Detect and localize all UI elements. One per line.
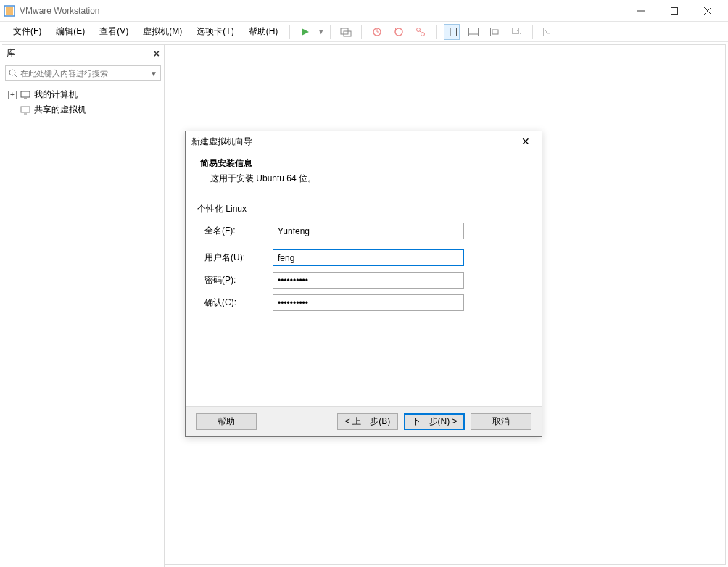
fullscreen-icon[interactable] — [487, 24, 503, 40]
help-button[interactable]: 帮助 — [196, 413, 257, 430]
app-title: VMware Workstation — [20, 6, 624, 16]
dialog-header-title: 简易安装信息 — [200, 157, 527, 170]
svg-rect-16 — [447, 28, 457, 36]
app-icon — [4, 5, 15, 17]
tool-device-icon[interactable] — [338, 24, 354, 40]
svg-point-12 — [395, 28, 402, 36]
shared-icon — [20, 104, 31, 116]
menu-file[interactable]: 文件(F) — [7, 22, 47, 41]
row-username: 用户名(U): — [197, 249, 530, 266]
dialog-body: 个性化 Linux 全名(F): 用户名(U): 密码(P): 确认(C): — [186, 194, 542, 326]
cancel-button[interactable]: 取消 — [471, 413, 531, 430]
menu-edit[interactable]: 编辑(E) — [50, 22, 91, 41]
tree-my-computer[interactable]: + 我的计算机 — [5, 87, 161, 102]
sidebar-header: 库 × — [2, 45, 164, 62]
group-label: 个性化 Linux — [197, 203, 530, 215]
svg-rect-27 — [21, 91, 30, 97]
console-icon[interactable] — [540, 24, 556, 40]
svg-rect-21 — [492, 30, 498, 34]
svg-rect-3 — [671, 7, 678, 14]
tree-shared-vms[interactable]: 共享的虚拟机 — [5, 102, 161, 117]
separator — [532, 25, 533, 39]
confirm-input[interactable] — [273, 294, 464, 311]
snapshot-icon[interactable] — [369, 24, 385, 40]
play-button[interactable] — [297, 24, 313, 40]
new-vm-wizard-dialog: 新建虚拟机向导 ✕ 简易安装信息 这用于安装 Ubuntu 64 位。 个性化 … — [185, 131, 542, 437]
svg-marker-6 — [302, 28, 309, 36]
menu-vm[interactable]: 虚拟机(M) — [137, 22, 188, 41]
svg-point-25 — [9, 70, 15, 75]
sidebar-title: 库 — [7, 47, 154, 59]
maximize-button[interactable] — [658, 0, 691, 22]
sidebar-search[interactable]: ▼ — [5, 65, 161, 81]
tree-label: 我的计算机 — [34, 88, 78, 101]
menu-tabs[interactable]: 选项卡(T) — [191, 22, 239, 41]
separator — [436, 25, 437, 39]
minimize-button[interactable] — [624, 0, 658, 22]
tree-label: 共享的虚拟机 — [34, 104, 86, 116]
titlebar: VMware Workstation — [0, 0, 728, 22]
library-tree: + 我的计算机 共享的虚拟机 — [2, 84, 164, 120]
close-button[interactable] — [691, 0, 724, 22]
dialog-titlebar[interactable]: 新建虚拟机向导 ✕ — [186, 131, 542, 152]
svg-rect-29 — [21, 107, 30, 112]
svg-point-13 — [417, 28, 421, 31]
fullname-input[interactable] — [273, 223, 464, 239]
unity-icon[interactable] — [509, 24, 525, 40]
window-controls — [624, 0, 724, 22]
dialog-header-subtitle: 这用于安装 Ubuntu 64 位。 — [200, 173, 527, 185]
svg-rect-23 — [544, 28, 553, 36]
dialog-title: 新建虚拟机向导 — [191, 136, 516, 148]
search-dropdown-icon[interactable]: ▼ — [150, 70, 157, 78]
snapshot-revert-icon[interactable] — [391, 24, 407, 40]
fullname-label: 全名(F): — [204, 225, 273, 237]
svg-line-26 — [15, 75, 17, 77]
svg-point-14 — [421, 32, 425, 36]
search-input[interactable] — [20, 69, 150, 78]
username-input[interactable] — [273, 249, 464, 266]
row-fullname: 全名(F): — [197, 223, 530, 239]
dialog-close-icon[interactable]: ✕ — [516, 134, 536, 149]
monitor-icon — [20, 89, 31, 101]
view-single-icon[interactable] — [466, 24, 481, 40]
confirm-label: 确认(C): — [204, 297, 273, 309]
dialog-footer: 帮助 < 上一步(B) 下一步(N) > 取消 — [186, 406, 542, 436]
play-dropdown-icon[interactable]: ▼ — [318, 28, 324, 36]
row-confirm: 确认(C): — [197, 294, 530, 311]
next-button[interactable]: 下一步(N) > — [404, 413, 465, 430]
separator — [289, 25, 290, 39]
tree-expand-icon[interactable]: + — [8, 91, 17, 99]
separator — [361, 25, 362, 39]
password-input[interactable] — [273, 272, 464, 289]
username-label: 用户名(U): — [204, 252, 273, 264]
snapshot-manager-icon[interactable] — [413, 24, 429, 40]
view-split-icon[interactable] — [444, 24, 460, 40]
back-button[interactable]: < 上一步(B) — [337, 413, 398, 430]
menu-view[interactable]: 查看(V) — [94, 22, 134, 41]
sidebar: 库 × ▼ + 我的计算机 共享的虚拟机 — [2, 44, 165, 567]
svg-rect-20 — [491, 28, 500, 36]
sidebar-close-icon[interactable]: × — [154, 48, 160, 59]
menu-help[interactable]: 帮助(H) — [243, 22, 284, 41]
svg-rect-1 — [6, 7, 13, 15]
dialog-header: 简易安装信息 这用于安装 Ubuntu 64 位。 — [186, 152, 542, 194]
separator — [330, 25, 331, 39]
row-password: 密码(P): — [197, 272, 530, 289]
search-icon — [9, 69, 17, 78]
svg-line-15 — [420, 31, 421, 33]
menubar: 文件(F) 编辑(E) 查看(V) 虚拟机(M) 选项卡(T) 帮助(H) ▼ — [0, 22, 728, 42]
password-label: 密码(P): — [204, 274, 273, 286]
svg-rect-18 — [469, 28, 479, 36]
